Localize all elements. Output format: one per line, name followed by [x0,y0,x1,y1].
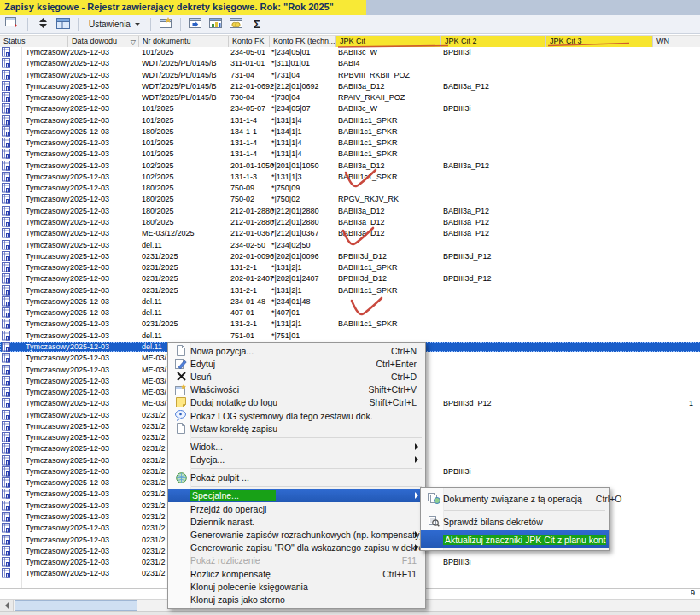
table-row[interactable]: Tymczasowy2025-12-03del.11407-01*|407|01 [0,308,700,318]
close-register-button[interactable] [3,16,22,32]
menu-item-specjalne[interactable]: Specjalne... [168,489,425,502]
menu-item-pokaż-pulpit[interactable]: Pokaż pulpit ... [168,472,425,484]
column-header-doc[interactable]: Nr dokumentu [139,36,229,47]
menu-item-shortcut: Shift+Ctrl+V [354,384,417,395]
table-row[interactable]: Tymczasowy2025-12-03del.11751-01*|751|01 [0,331,700,341]
column-header-c1[interactable]: JPK Cit [336,36,441,47]
layout-columns-button[interactable] [54,16,73,32]
cell-status: Tymczasowy [26,477,68,488]
cell-status: Tymczasowy [26,455,68,466]
table-row[interactable]: Tymczasowy2025-12-03180/2025750-02*|750|… [0,194,700,204]
table-row[interactable]: Tymczasowy2025-12-03101/2025234-05-07*|2… [0,103,700,114]
scroll-left-button[interactable] [0,600,14,612]
properties-button[interactable] [156,16,175,32]
cell-date: 2025-12-03 [70,149,138,159]
menu-item-sprawdź-bilans-dekretów[interactable]: Sprawdź bilans dekretów [421,512,609,530]
menu-item-nowa-pozycja[interactable]: Nowa pozycja...Ctrl+N [168,344,425,357]
scrollbar-thumb[interactable] [15,600,137,611]
table-row[interactable]: Tymczasowy2025-12-03101/2025131-1-4*|131… [0,149,700,159]
table-row[interactable]: Tymczasowy2025-12-03101/2025131-1-4*|131… [0,115,700,126]
column-header-wn[interactable]: WN [653,36,700,47]
menu-item-rozlicz-kompensatę[interactable]: Rozlicz kompensatęCtrl+F11 [168,567,425,580]
menu-item-dokumenty-związane-z-tą-operacją[interactable]: Dokumenty związane z tą operacjąCtrl+O [421,489,609,507]
table-row[interactable]: Tymczasowy2025-12-03101/2025131-1-4*|131… [0,138,700,148]
menu-item-generowanie-zapisów-rozrachunkowych-np-k[interactable]: Generowanie zapisów rozrachunkowych (np.… [168,528,425,541]
column-header-status[interactable]: Status [0,36,68,47]
table-row[interactable]: Tymczasowy2025-12-030231/2025131-2-1*|13… [0,285,700,296]
cell-status: Tymczasowy [26,161,68,171]
note-icon [172,397,190,407]
cell-date: 2025-12-03 [70,421,138,431]
table-row[interactable]: Tymczasowy2025-12-03ME-03/12/2025212-01-… [0,228,700,238]
cell-c1: BPBIII3d_D12 [338,251,441,261]
table-row[interactable]: Tymczasowy2025-12-03102/2025201-01-1050*… [0,161,700,171]
table-row[interactable]: Tymczasowy2025-12-030231/2025131-2-1*|13… [0,319,700,329]
table-row[interactable]: Tymczasowy2025-12-030231/2025202-01-0096… [0,251,700,261]
column-header-c3[interactable]: JPK Cit 3 [546,36,653,47]
table-row[interactable]: Tymczasowy2025-12-03101/2025234-05-01*|2… [0,47,700,57]
menu-item-wstaw-korektę-zapisu[interactable]: Wstaw korektę zapisu [168,422,425,435]
column-header-label: JPK Cit [340,37,365,45]
chart-window-button[interactable] [207,16,225,32]
table-row[interactable]: Tymczasowy2025-12-03102/2025131-1-3*|131… [0,172,700,182]
column-header-c2[interactable]: JPK Cit 2 [441,36,546,47]
menu-item-widok[interactable]: Widok... [168,440,425,453]
menu-item-właściwości[interactable]: WłaściwościShift+Ctrl+V [168,384,425,396]
sort-button[interactable] [33,16,52,32]
window-chart-icon [209,18,223,32]
ustawienia-dropdown[interactable]: Ustawienia [84,16,145,32]
cell-date: 2025-12-03 [70,365,138,375]
menu-item-edytuj[interactable]: EdytujCtrl+Enter [168,357,425,370]
currency-window-button[interactable] [227,16,246,32]
table-row[interactable]: Tymczasowy2025-12-03WDT/2025/PL/0145/B31… [0,58,700,68]
cell-doc: del.11 [142,331,227,341]
menu-item-dodaj-notatkę-do-logu[interactable]: Dodaj notatkę do loguShift+Ctrl+L [168,396,425,409]
sum-button[interactable]: Σ [248,16,266,32]
cell-c1: BABII3a_D12 [338,228,441,238]
cell-fkt: *|234|05|01 [271,47,336,57]
export-window-button[interactable] [186,16,205,32]
table-row[interactable]: Tymczasowy2025-12-03del.11234-01-48*|234… [0,296,700,307]
table-row[interactable]: Tymczasowy2025-12-03180/2025750-09*|750|… [0,183,700,193]
cell-date: 2025-12-03 [70,92,138,102]
cell-fkt: *|750|02 [271,194,336,204]
menu-item-klonuj-zapis-jako-storno[interactable]: Klonuj zapis jako storno [168,593,425,606]
menu-item-label: Wstaw korektę zapisu [190,424,277,434]
cell-date: 2025-12-03 [70,251,138,261]
menu-item-pokaż-log-systemowy-dla-tego-zestawu-dok[interactable]: Pokaż LOG systemowy dla tego zestawu dok… [168,409,425,422]
menu-item-przejdź-do-operacji[interactable]: Przejdź do operacji [168,502,425,515]
menu-item-aktualizuj-znaczniki-jpk-cit-z-planu-kon[interactable]: Aktualizuj znaczniki JPK Cit z planu kon… [421,530,609,548]
column-header-fk[interactable]: Konto FK [229,36,270,47]
cell-date: 2025-12-03 [70,58,138,68]
menu-item-label: Przejdź do operacji [190,504,266,514]
cell-c2: BPBIII3d_P12 [443,251,546,261]
table-row[interactable]: Tymczasowy2025-12-03180/2025212-01-2880*… [0,217,700,227]
menu-item-dziennik-narast[interactable]: Dziennik narast. [168,515,425,528]
desktop-icon [172,472,190,483]
cell-doc: WDT/2025/PL/0145/B [142,58,227,68]
table-row[interactable]: Tymczasowy2025-12-03WDT/2025/PL/0145/B73… [0,70,700,80]
new-doc-icon [172,345,190,356]
table-row[interactable]: Tymczasowy2025-12-03WDT/2025/PL/0145/B73… [0,92,700,102]
column-header-fkt[interactable]: Konto FK (techn... [270,36,336,47]
table-row[interactable]: Tymczasowy2025-12-03180/2025134-1-1*|134… [0,126,700,137]
cell-status: Tymczasowy [26,331,68,341]
cell-date: 2025-12-03 [70,319,138,329]
cell-date: 2025-12-03 [70,568,138,578]
menu-item-generowanie-zapisu-ro-dla-wskazanego-zap[interactable]: Generowanie zapisu "RO" dla wskazanego z… [168,542,425,554]
table-row[interactable]: Tymczasowy2025-12-03180/2025212-01-2880*… [0,206,700,216]
table-row[interactable]: Tymczasowy2025-12-030231/2025202-01-2407… [0,273,700,284]
column-header-date[interactable]: Data dowodu▽ [68,36,139,47]
menu-item-usuń[interactable]: UsuńCtrl+D [168,370,425,383]
cell-date: 2025-12-03 [70,546,138,556]
cell-status: Tymczasowy [26,342,68,352]
cell-fkt: *|731|04 [271,70,336,80]
cell-c1: BABII3a_D12 [338,206,441,216]
table-row[interactable]: Tymczasowy2025-12-03WDT/2025/PL/0145/B21… [0,81,700,91]
cell-status: Tymczasowy [26,398,68,408]
menu-item-edycja[interactable]: Edycja... [168,454,425,466]
menu-item-klonuj-polecenie-księgowania[interactable]: Klonuj polecenie księgowania [168,580,425,593]
table-row[interactable]: Tymczasowy2025-12-030231/2025131-2-1*|13… [0,262,700,272]
cell-status: Tymczasowy [26,523,68,533]
table-row[interactable]: Tymczasowy2025-12-03del.11234-02-50*|234… [0,240,700,250]
